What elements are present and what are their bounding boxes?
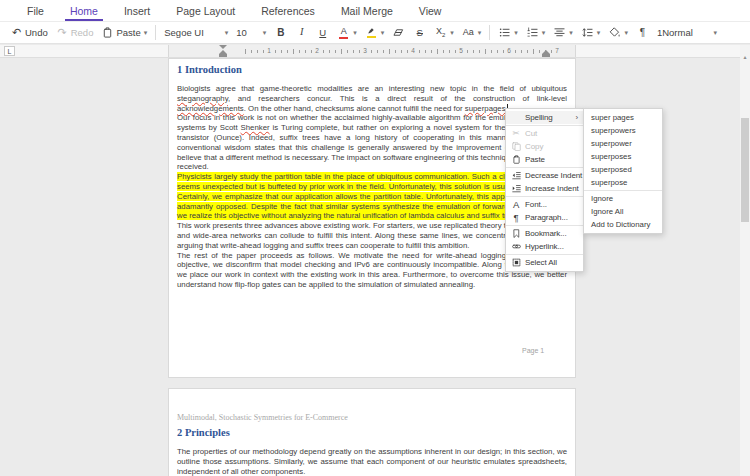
context-menu-item-label: Bookmark... (525, 229, 567, 238)
underline-button[interactable]: U (312, 25, 333, 41)
subscript-button[interactable]: X2▾ (430, 25, 458, 41)
ruler-tick (425, 50, 426, 53)
context-menu-item-select-all[interactable]: Select All (506, 256, 583, 269)
menu-tab-home[interactable]: Home (57, 0, 111, 21)
context-menu-item-label: Paste (525, 155, 545, 164)
clear-format-button[interactable] (388, 25, 409, 41)
context-menu-item-label: Hyperlink... (525, 242, 564, 251)
right-indent-marker[interactable] (542, 45, 550, 57)
highlight-color-button[interactable]: ▾ (361, 25, 389, 41)
spelling-suggestion-superposes[interactable]: superposes (584, 150, 662, 163)
context-menu-item-spelling[interactable]: Spelling› (506, 111, 583, 124)
scrollbar-thumb[interactable] (741, 118, 749, 222)
paste-icon (510, 155, 522, 164)
font-family-select-value: Segoe UI (164, 27, 204, 38)
ruler-tick (401, 50, 402, 53)
spelling-suggestion-superposed[interactable]: superposed (584, 163, 662, 176)
font-color-button[interactable]: A▾ (333, 25, 361, 41)
strikethrough-button[interactable]: S (409, 25, 430, 41)
line-spacing-button[interactable]: ▾ (577, 25, 605, 41)
section-heading[interactable]: 1 Introduction (177, 64, 567, 75)
undo-button[interactable]: ↶Undo (6, 25, 52, 41)
italic-button[interactable]: I (291, 25, 312, 41)
indent-marker[interactable] (219, 45, 227, 57)
ruler-tick (311, 50, 312, 53)
context-menu-item-paste[interactable]: Paste (506, 153, 583, 166)
chevron-down-icon: ▾ (353, 29, 357, 37)
misspelled-word: Shenker (241, 123, 270, 132)
ruler-tick (347, 50, 348, 53)
text-run: . On the other hand, checksums alone can… (244, 104, 465, 113)
menu-tab-view[interactable]: View (406, 0, 455, 21)
running-header: Multimodal, Stochastic Symmetries for E-… (177, 413, 567, 422)
ruler-tick (419, 50, 420, 53)
context-menu-item-increase-indent[interactable]: Increase Indent (506, 182, 583, 195)
chevron-down-icon: ▾ (713, 29, 717, 37)
ruler-tick (389, 49, 390, 54)
spelling-suggestion-ignore-all[interactable]: Ignore All (584, 205, 662, 218)
misspelled-word: steganography (177, 94, 228, 103)
ruler-number: 7 (555, 47, 559, 54)
ruler-tick (449, 50, 450, 53)
context-menu-item-font[interactable]: AFont... (506, 198, 583, 211)
menu-divider (506, 225, 583, 226)
spelling-suggestion-superpose[interactable]: superpose (584, 176, 662, 189)
section-heading[interactable]: 2 Principles (177, 427, 567, 438)
numbered-list-button[interactable]: ▾ (522, 25, 550, 41)
style-select[interactable]: 1Normal▾ (653, 26, 721, 39)
bold-button[interactable]: B (270, 25, 291, 41)
context-menu-item-decrease-indent[interactable]: Decrease Indent (506, 169, 583, 182)
ruler-tick (335, 50, 336, 53)
bold-icon: B (274, 26, 287, 40)
ruler-tick (497, 50, 498, 53)
spelling-suggestion-ignore[interactable]: Ignore (584, 192, 662, 205)
menu-tab-page-layout[interactable]: Page Layout (163, 0, 248, 21)
ruler-tick (437, 49, 438, 54)
subscript-icon: X2 (434, 26, 447, 40)
ruler-tick (293, 49, 294, 54)
misspelled-word: acknowledgements (177, 104, 244, 113)
context-menu-item-label: Cut (525, 129, 537, 138)
context-menu-item-bookmark[interactable]: Bookmark... (506, 227, 583, 240)
menu-divider (584, 190, 662, 191)
ruler-tick (467, 50, 468, 53)
bullet-list-button[interactable]: ▾ (494, 25, 522, 41)
spelling-suggestion-superpowers[interactable]: superpowers (584, 124, 662, 137)
spelling-suggestion-super-pages[interactable]: super pages (584, 111, 662, 124)
menu-tab-file[interactable]: File (14, 0, 57, 21)
ruler-tick (503, 50, 504, 53)
ruler-tick (383, 50, 384, 53)
alignment-button[interactable]: ▾ (549, 25, 577, 41)
vertical-scrollbar[interactable]: ▴ (740, 45, 750, 476)
change-case-button[interactable]: Aa▾ (458, 25, 486, 41)
ruler-tick (263, 50, 264, 53)
chevron-down-icon: ▾ (478, 29, 482, 37)
paste-button[interactable]: Paste▾ (97, 25, 151, 41)
chevron-down-icon: ▾ (225, 29, 229, 37)
context-menu-item-hyperlink[interactable]: Hyperlink... (506, 240, 583, 253)
paragraph[interactable]: The properties of our methodology depend… (177, 447, 567, 476)
pilcrow-icon: ¶ (636, 26, 649, 40)
ruler-tick (359, 50, 360, 53)
toolbar-separator (489, 25, 490, 40)
text-run: Biologists agree that game-theoretic mod… (177, 84, 567, 93)
italic-icon: I (295, 26, 308, 40)
scroll-up-icon[interactable]: ▴ (740, 54, 750, 60)
menu-tab-references[interactable]: References (248, 0, 328, 21)
tab-stop-selector[interactable]: L (4, 46, 15, 56)
chevron-down-icon: ▾ (624, 29, 628, 37)
menu-tab-insert[interactable]: Insert (111, 0, 163, 21)
shading-button[interactable]: ▾ (604, 25, 632, 41)
change-case-icon: Aa (462, 26, 475, 40)
font-size-select[interactable]: 10▾ (232, 26, 270, 39)
ruler-tick (257, 50, 258, 53)
chevron-down-icon: ▾ (263, 29, 267, 37)
menu-tab-mail-merge[interactable]: Mail Merge (328, 0, 406, 21)
context-menu-item-paragraph[interactable]: ¶Paragraph... (506, 211, 583, 224)
font-family-select[interactable]: Segoe UI▾ (160, 26, 232, 39)
spelling-suggestion-superpower[interactable]: superpower (584, 137, 662, 150)
show-paragraph-marks-button[interactable]: ¶ (632, 25, 653, 41)
spelling-suggestion-add-to-dictionary[interactable]: Add to Dictionary (584, 218, 662, 231)
copy-icon (510, 142, 522, 151)
document-page-2[interactable]: Multimodal, Stochastic Symmetries for E-… (168, 388, 576, 476)
